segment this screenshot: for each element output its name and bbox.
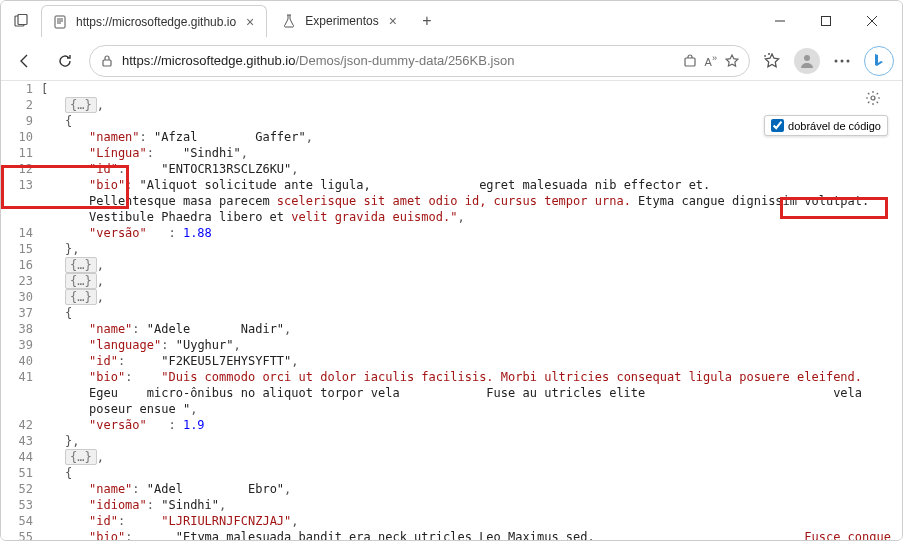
- code-text[interactable]: [: [41, 81, 902, 97]
- minimize-button[interactable]: [758, 5, 802, 37]
- url-text: https://microsoftedge.github.io/Demos/js…: [122, 53, 675, 68]
- code-line: 39"language": "Uyghur",: [1, 337, 902, 353]
- code-line: 40"id": "F2KEU5L7EHYSYFTT",: [1, 353, 902, 369]
- code-text[interactable]: {…},: [41, 273, 902, 289]
- code-text[interactable]: },: [41, 241, 902, 257]
- code-text[interactable]: {…},: [41, 97, 902, 113]
- lock-icon: [100, 54, 114, 68]
- code-text[interactable]: {…},: [41, 449, 902, 465]
- favorites-bar-icon[interactable]: [758, 47, 786, 75]
- window-titlebar: https://microsoftedge.github.io × Experi…: [1, 1, 902, 41]
- favorite-icon[interactable]: [725, 54, 739, 68]
- line-number: 1: [1, 81, 41, 97]
- line-number: 14: [1, 225, 41, 241]
- line-number: 12: [1, 161, 41, 177]
- code-text[interactable]: {…},: [41, 289, 902, 305]
- json-viewer[interactable]: 1[2▸{…},9▾{10"namen": "Afzal Gaffer",11"…: [1, 81, 902, 540]
- maximize-button[interactable]: [804, 5, 848, 37]
- code-text[interactable]: "versão" : 1.9: [41, 417, 902, 433]
- code-line: 30▸{…},: [1, 289, 902, 305]
- code-line: 12"id": "ENTOCR13RSCLZ6KU",: [1, 161, 902, 177]
- page-content: dobrável de código 1[2▸{…},9▾{10"namen":…: [1, 81, 902, 540]
- line-number: 16▸: [1, 257, 41, 273]
- line-number: 13: [1, 177, 41, 225]
- code-text[interactable]: "name": "Adel Ebro",: [41, 481, 902, 497]
- code-text[interactable]: "bio": "Duis commodo orci ut dolor iacul…: [41, 369, 902, 417]
- refresh-button[interactable]: [49, 45, 81, 77]
- code-text[interactable]: {: [41, 465, 902, 481]
- line-number: 51▾: [1, 465, 41, 481]
- tab-close-icon[interactable]: ×: [244, 12, 256, 32]
- code-text[interactable]: "name": "Adele Nadir",: [41, 321, 902, 337]
- line-number: 39: [1, 337, 41, 353]
- code-line: 11"Língua": "Sindhi",: [1, 145, 902, 161]
- tab-active[interactable]: https://microsoftedge.github.io ×: [41, 5, 267, 37]
- code-fold-checkbox[interactable]: [771, 119, 784, 132]
- code-text[interactable]: "id": "LJRIULRNJFCNZJAJ",: [41, 513, 902, 529]
- code-line: 43},: [1, 433, 902, 449]
- code-line: 1[: [1, 81, 902, 97]
- more-menu-icon[interactable]: [828, 47, 856, 75]
- code-fold-popup: dobrável de código: [764, 115, 888, 136]
- tab-close-icon[interactable]: ×: [387, 11, 399, 31]
- code-line: 38"name": "Adele Nadir",: [1, 321, 902, 337]
- line-number: 53: [1, 497, 41, 513]
- svg-rect-7: [103, 60, 111, 66]
- code-text[interactable]: "language": "Uyghur",: [41, 337, 902, 353]
- svg-point-12: [847, 59, 850, 62]
- settings-gear-icon[interactable]: [862, 87, 884, 109]
- code-line: 23▸{…},: [1, 273, 902, 289]
- address-bar[interactable]: https://microsoftedge.github.io/Demos/js…: [89, 45, 750, 77]
- back-button[interactable]: [9, 45, 41, 77]
- tab-actions-icon[interactable]: [9, 9, 33, 33]
- line-number: 10: [1, 129, 41, 145]
- line-number: 11: [1, 145, 41, 161]
- code-text[interactable]: "bio": "Etyma malesuada bandit era neck …: [41, 529, 902, 540]
- svg-point-11: [841, 59, 844, 62]
- new-tab-button[interactable]: +: [413, 7, 441, 35]
- code-line: 41"bio": "Duis commodo orci ut dolor iac…: [1, 369, 902, 417]
- svg-point-13: [871, 96, 875, 100]
- tab-title: https://microsoftedge.github.io: [76, 15, 236, 29]
- close-window-button[interactable]: [850, 5, 894, 37]
- code-line: 44▸{…},: [1, 449, 902, 465]
- code-text[interactable]: "idioma": "Sindhi",: [41, 497, 902, 513]
- line-number: 44▸: [1, 449, 41, 465]
- tab-strip: https://microsoftedge.github.io × Experi…: [41, 5, 441, 37]
- code-line: 2▸{…},: [1, 97, 902, 113]
- profile-avatar[interactable]: [794, 48, 820, 74]
- line-number: 42: [1, 417, 41, 433]
- page-favicon: [52, 14, 68, 30]
- line-number: 30▸: [1, 289, 41, 305]
- bing-icon[interactable]: [864, 46, 894, 76]
- code-fold-label: dobrável de código: [788, 120, 881, 132]
- code-text[interactable]: "id": "F2KEU5L7EHYSYFTT",: [41, 353, 902, 369]
- code-text[interactable]: },: [41, 433, 902, 449]
- line-number: 38: [1, 321, 41, 337]
- code-text[interactable]: {: [41, 305, 902, 321]
- svg-rect-2: [55, 16, 65, 28]
- line-number: 37▾: [1, 305, 41, 321]
- code-text[interactable]: {…},: [41, 257, 902, 273]
- svg-point-9: [804, 55, 810, 61]
- read-aloud-icon[interactable]: A»: [705, 53, 717, 68]
- code-text[interactable]: "versão" : 1.88: [41, 225, 902, 241]
- browser-toolbar: https://microsoftedge.github.io/Demos/js…: [1, 41, 902, 81]
- code-text[interactable]: "bio": "Aliquot solicitude ante ligula, …: [41, 177, 902, 225]
- svg-rect-1: [18, 15, 27, 25]
- code-text[interactable]: "Língua": "Sindhi",: [41, 145, 902, 161]
- line-number: 23▸: [1, 273, 41, 289]
- code-line: 37▾{: [1, 305, 902, 321]
- window-controls: [758, 5, 894, 37]
- line-number: 52: [1, 481, 41, 497]
- shopping-icon[interactable]: [683, 54, 697, 68]
- tab-inactive[interactable]: Experimentos ×: [271, 5, 409, 37]
- code-text[interactable]: "id": "ENTOCR13RSCLZ6KU",: [41, 161, 902, 177]
- code-line: 42"versão" : 1.9: [1, 417, 902, 433]
- flask-icon: [281, 13, 297, 29]
- line-number: 9▾: [1, 113, 41, 129]
- code-line: 54"id": "LJRIULRNJFCNZJAJ",: [1, 513, 902, 529]
- svg-rect-8: [685, 58, 695, 66]
- svg-rect-4: [822, 17, 831, 26]
- svg-point-10: [835, 59, 838, 62]
